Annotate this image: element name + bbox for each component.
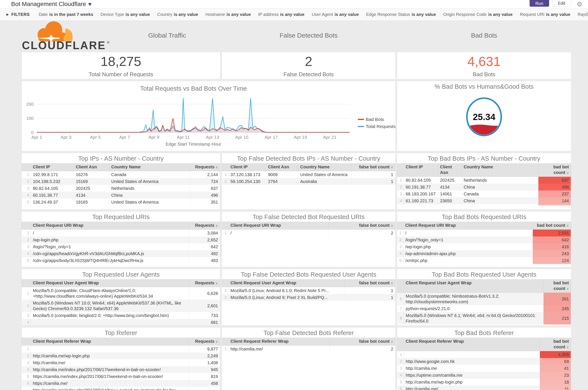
table-row[interactable]: 1/3,084 xyxy=(22,230,220,237)
sort-desc-icon[interactable]: ∨ xyxy=(391,165,393,169)
sort-desc-icon[interactable]: ∨ xyxy=(215,224,218,227)
table-row[interactable]: 1192.99.8.17116276Canada2,144 xyxy=(22,171,220,178)
column-header[interactable]: bad bot count∨ xyxy=(543,279,571,293)
table-row[interactable]: 3Mozilla/5.0 (compatible; bingbot/2.0; +… xyxy=(22,312,220,319)
table-row[interactable]: 5https://camilia.me/index.php/2017/06/17… xyxy=(22,373,220,380)
column-header[interactable]: Client IP xyxy=(229,163,266,171)
table-row[interactable]: 4http://camilia.me/index.php/2017/06/17/… xyxy=(22,366,220,373)
column-header[interactable]: Client Asn xyxy=(74,163,109,171)
table-row[interactable]: 2http://www.google.com.hk69 xyxy=(397,358,571,365)
sort-desc-icon[interactable]: ∨ xyxy=(215,165,218,169)
table-row[interactable]: 260.191.38.774134China496 xyxy=(397,184,571,191)
table-row[interactable]: 2http://camilia.me/wp-login.php2,249 xyxy=(22,352,220,359)
column-header[interactable]: Client Request User Agent Wrap xyxy=(229,279,345,287)
column-header[interactable]: Client Request User Agent Wrap xyxy=(404,279,543,293)
edit-button[interactable]: Edit xyxy=(552,0,571,7)
sort-desc-icon[interactable]: ∨ xyxy=(391,281,393,285)
table-row[interactable]: 1http://camilia.me/2 xyxy=(222,345,395,353)
table-row[interactable]: 3/login/?login_only=1642 xyxy=(22,243,220,250)
sort-desc-icon[interactable]: ∨ xyxy=(215,281,218,285)
column-header[interactable]: false bot count∨ xyxy=(330,338,395,345)
sort-desc-icon[interactable]: ∨ xyxy=(566,287,569,291)
table-row[interactable]: 5136.24.49.3719165United States of Ameri… xyxy=(22,199,220,205)
filter-item[interactable]: Countryis any value xyxy=(157,12,198,17)
column-header[interactable]: Client Request User Agent Wrap xyxy=(31,279,189,287)
filter-item[interactable]: Device Typeis any value xyxy=(100,12,150,17)
table-row[interactable]: 3/wp-login.php416 xyxy=(397,243,571,250)
table-row[interactable]: 4https://uptime.com/camilia.me23 xyxy=(397,372,571,379)
table-row[interactable]: 7http://camilia.me/index.php/2017/05/14/… xyxy=(22,387,220,390)
column-header[interactable]: bad bot count∨ xyxy=(540,338,571,351)
table-row[interactable]: 259.100.254.1302764Australia1 xyxy=(222,178,395,185)
filter-item[interactable]: Hostnameis any value xyxy=(205,12,251,17)
table-row[interactable]: 137.120.138.1739009United States of Amer… xyxy=(222,171,395,178)
table-row[interactable]: 5/xmlrpc.php124 xyxy=(397,257,571,264)
column-header[interactable]: bad bot count∨ xyxy=(533,222,571,230)
table-row[interactable]: 180.82.64.105202425Netherlands637 xyxy=(397,177,571,184)
column-header[interactable]: Client Request URI Wrap xyxy=(403,222,533,230)
column-header[interactable]: Client IP xyxy=(404,163,438,177)
column-header[interactable]: Requests∨ xyxy=(190,163,220,171)
filter-item[interactable]: Edge Response Statusis any value xyxy=(366,12,436,17)
table-row[interactable]: 461.160.221.7323650China144 xyxy=(397,197,571,204)
column-header[interactable]: Client Request Referer Wrap xyxy=(404,338,540,351)
run-button[interactable]: Run xyxy=(530,0,549,7)
sort-desc-icon[interactable]: ∨ xyxy=(215,340,218,343)
sort-desc-icon[interactable]: ∨ xyxy=(391,224,393,227)
column-header[interactable]: bad bot count∨ xyxy=(539,163,571,177)
table-row[interactable]: 4/cdn-cgi/apps/head/xVgyKhR-vV3dAUGhMqfB… xyxy=(22,250,220,257)
table-row[interactable]: 5http://camilia.me/wp-login.php18 xyxy=(397,379,571,386)
table-row[interactable] xyxy=(397,204,571,205)
table-row[interactable]: 2Mozilla/5.0 (Linux; Android 9; Pixel 2 … xyxy=(222,294,395,301)
table-row[interactable]: 7python-requests/2.21.0245 xyxy=(397,305,571,312)
table-row[interactable]: 1/2,031 xyxy=(397,230,571,237)
table-row[interactable]: 4/wp-admin/admin-ajax.php243 xyxy=(397,250,571,257)
column-header[interactable]: Requests∨ xyxy=(189,338,220,345)
table-row[interactable]: 2/wp-login.php2,652 xyxy=(22,237,220,243)
table-row[interactable]: 2/login/?login_only=1642 xyxy=(397,237,571,243)
filter-item[interactable]: Request URIis any value xyxy=(520,12,570,17)
gear-icon[interactable]: ⚙ xyxy=(577,0,583,8)
filter-item[interactable]: Dateis in the past 7 weeks xyxy=(39,12,93,17)
table-row[interactable]: 1Mozilla/5.0 (Linux; Android 8.1.0; Redm… xyxy=(222,287,395,294)
table-row[interactable]: 19,877 xyxy=(22,345,220,353)
table-row[interactable]: 380.82.64.105202425Netherlands637 xyxy=(22,185,220,192)
timeseries-chart[interactable]: Total Requests vs Bad Bots Over Time0100… xyxy=(22,81,395,151)
column-header[interactable]: Client Request Referer Wrap xyxy=(31,338,189,345)
sort-desc-icon[interactable]: ∨ xyxy=(566,224,569,227)
column-header[interactable]: Client Request Referer Wrap xyxy=(229,338,330,345)
filters-expand-icon[interactable]: ▶ xyxy=(6,13,9,16)
column-header[interactable]: Requests∨ xyxy=(189,222,220,230)
column-header[interactable]: Client Request URI Wrap xyxy=(229,222,329,230)
column-header[interactable]: Client IP xyxy=(31,163,74,171)
table-row[interactable]: 6https://camilia.me/458 xyxy=(22,380,220,387)
table-row[interactable]: 4681 xyxy=(22,319,220,326)
column-header[interactable]: Client Asn xyxy=(438,163,462,177)
table-row[interactable]: 6http://camilia.me/11 xyxy=(397,386,571,390)
filter-item[interactable]: IP addressis any value xyxy=(258,12,304,17)
table-row[interactable]: 6Mozilla/5.0 (compatible; Nimbostratus-B… xyxy=(397,293,571,305)
column-header[interactable]: Client Request URI Wrap xyxy=(31,222,189,230)
table-row[interactable]: 2104.198.5.23215169United States of Amer… xyxy=(22,178,220,185)
column-header[interactable]: false bot count∨ xyxy=(351,163,395,171)
column-header[interactable]: Country Name xyxy=(298,163,351,171)
table-row[interactable]: 3http://camilia.me41 xyxy=(397,365,571,372)
column-header[interactable]: false bot count∨ xyxy=(345,279,395,287)
column-header[interactable]: false bot count∨ xyxy=(329,222,395,230)
bad-bots-gauge[interactable]: 25.34 xyxy=(465,97,503,137)
filter-item[interactable]: RayIDis any value xyxy=(578,12,588,17)
column-header[interactable]: Country Name xyxy=(109,163,190,171)
sort-desc-icon[interactable]: ∨ xyxy=(566,171,569,175)
table-row[interactable]: 2Mozilla/5.0 (Windows NT 10.0; Win64; x6… xyxy=(22,299,220,312)
table-row[interactable]: 460.191.38.774134China496 xyxy=(22,192,220,199)
table-row[interactable]: 8Mozilla/5.0 (Windows NT 6.1; Win64; x64… xyxy=(397,312,571,325)
sort-desc-icon[interactable]: ∨ xyxy=(566,345,569,349)
filter-item[interactable]: Origin Response Codeis any value xyxy=(443,12,513,17)
table-row[interactable]: 1/2 xyxy=(222,230,395,237)
table-row[interactable]: 3http://camilia.me/1,408 xyxy=(22,359,220,366)
column-header[interactable]: Client Asn xyxy=(266,163,298,171)
table-row[interactable]: 368.183.200.16714061Canada237 xyxy=(397,191,571,197)
table-row[interactable]: 1Mozilla/5.0 (compatible; CloudFlare-Alw… xyxy=(22,287,220,300)
table-row[interactable]: 5/cdn-cgi/apps/body/3Lh52SjWTQ4HRlErJykH… xyxy=(22,257,220,264)
column-header[interactable]: Requests∨ xyxy=(189,279,220,287)
